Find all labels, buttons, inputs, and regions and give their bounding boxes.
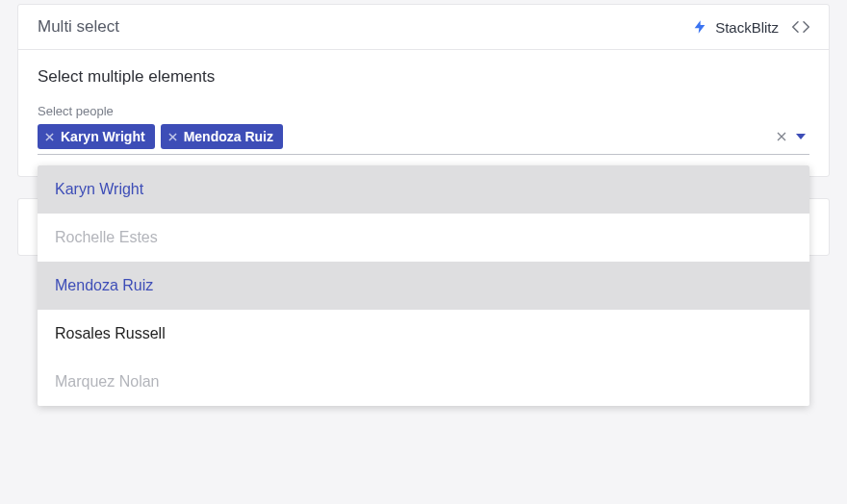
remove-chip-icon[interactable] [45, 133, 54, 141]
dropdown-option: Rochelle Estes [38, 214, 809, 262]
dropdown-option[interactable]: Karyn Wright [38, 165, 809, 214]
clear-all-icon[interactable] [777, 132, 786, 141]
code-toggle-icon[interactable] [792, 20, 809, 34]
multi-select-control[interactable]: Karyn WrightMendoza Ruiz [38, 124, 809, 155]
card-header-actions: StackBlitz [692, 19, 809, 36]
dropdown-caret-icon[interactable] [796, 134, 806, 139]
selected-chip: Mendoza Ruiz [161, 124, 283, 149]
dropdown-option[interactable]: Mendoza Ruiz [38, 262, 809, 310]
chip-label: Mendoza Ruiz [184, 129, 273, 144]
multi-select-card: Multi select StackBlitz Select multiple … [17, 4, 830, 177]
remove-chip-icon[interactable] [168, 133, 177, 141]
chip-label: Karyn Wright [61, 129, 145, 144]
dropdown-option: Marquez Nolan [38, 358, 809, 406]
options-dropdown[interactable]: Karyn WrightRochelle EstesMendoza RuizRo… [38, 165, 809, 406]
card-body: Select multiple elements Select people K… [18, 50, 829, 176]
selected-chip: Karyn Wright [38, 124, 155, 149]
section-heading: Select multiple elements [38, 67, 809, 87]
selected-chips-container: Karyn WrightMendoza Ruiz [38, 124, 771, 149]
card-title: Multi select [38, 17, 119, 37]
control-icons [777, 132, 809, 141]
field-label: Select people [38, 104, 809, 118]
card-header: Multi select StackBlitz [18, 5, 829, 50]
dropdown-option[interactable]: Rosales Russell [38, 310, 809, 358]
lightning-icon [692, 19, 707, 35]
stackblitz-label: StackBlitz [715, 19, 779, 36]
stackblitz-link[interactable]: StackBlitz [692, 19, 779, 36]
